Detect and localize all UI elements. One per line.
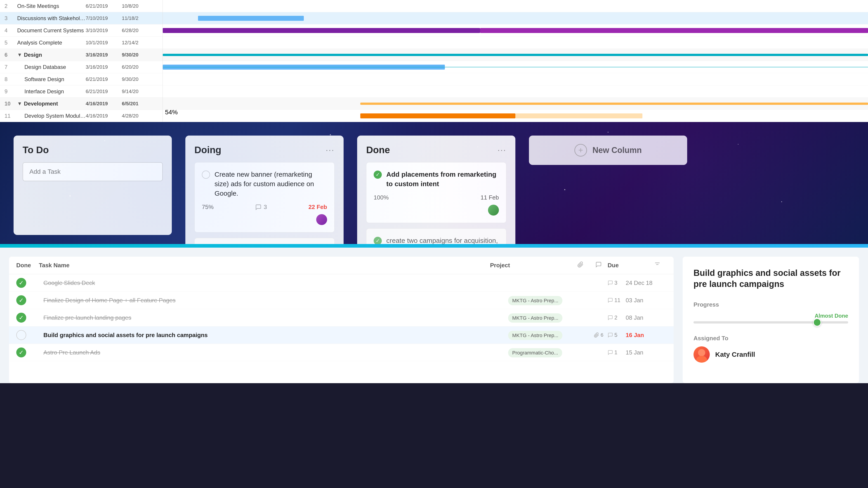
table-row[interactable]: Google Slides Deck 3 24 Dec 18 bbox=[9, 274, 674, 292]
start-date: 3/16/2019 bbox=[86, 52, 122, 58]
avatar bbox=[316, 214, 327, 225]
progress-bar: Almost Done bbox=[693, 313, 848, 324]
gantt-bars: 54% 61% 5% bbox=[163, 0, 868, 122]
table-row[interactable]: Finalize pre-launch landing pages MKTG -… bbox=[9, 309, 674, 326]
gantt-bar-row bbox=[163, 61, 868, 73]
gantt-row[interactable]: 7 Design Database 3/16/2019 6/20/20 bbox=[0, 61, 162, 73]
filter-icon bbox=[654, 261, 661, 268]
column-header: Doing ··· bbox=[194, 144, 335, 156]
kanban-card-partial[interactable]: create two campaigns for acquisition, ta… bbox=[366, 228, 506, 244]
star-decoration bbox=[330, 134, 331, 135]
gantt-bar-track bbox=[163, 67, 868, 68]
star-decoration bbox=[391, 207, 391, 208]
task-name: Analysis Complete bbox=[17, 39, 86, 46]
gantt-group-row[interactable]: 10 ▼ Development 4/16/2019 6/5/201 bbox=[0, 98, 162, 110]
task-name: On-Site Meetings bbox=[17, 3, 86, 9]
star-decoration bbox=[738, 144, 739, 144]
gantt-row[interactable]: 5 Analysis Complete 10/1/2019 12/14/2 bbox=[0, 37, 162, 49]
gantt-row[interactable]: 2 On-Site Meetings 6/21/2019 10/8/20 bbox=[0, 0, 162, 12]
end-date: 6/20/20 bbox=[122, 64, 158, 70]
done-check[interactable] bbox=[16, 348, 26, 357]
gantt-section: 2 On-Site Meetings 6/21/2019 10/8/20 3 D… bbox=[0, 0, 868, 122]
kanban-column-todo: To Do bbox=[13, 135, 172, 235]
avatar-img bbox=[488, 205, 499, 216]
end-date: 6/28/20 bbox=[122, 28, 158, 33]
row-number: 5 bbox=[4, 39, 17, 46]
task-checkbox-done[interactable] bbox=[374, 237, 382, 244]
comment-icon bbox=[595, 261, 602, 268]
comment-icon bbox=[608, 332, 613, 338]
kanban-card-partial[interactable]: Create new facebook image for... bbox=[194, 238, 335, 244]
kanban-card[interactable]: Add placements from remarketing to custo… bbox=[366, 162, 506, 223]
task-name-cell: Build graphics and social assets for pre… bbox=[39, 332, 508, 339]
end-date: 6/5/201 bbox=[122, 101, 158, 107]
gantt-task-list: 2 On-Site Meetings 6/21/2019 10/8/20 3 D… bbox=[0, 0, 163, 122]
gantt-row[interactable]: 8 Software Design 6/21/2019 9/30/20 bbox=[0, 73, 162, 86]
task-checkbox-done[interactable] bbox=[374, 170, 382, 179]
task-list-table: Done Task Name Project Due Google Slides… bbox=[9, 257, 674, 383]
table-row[interactable]: Astro Pre Launch Ads Programmatic-Cho...… bbox=[9, 344, 674, 361]
gantt-bar-row bbox=[163, 24, 868, 37]
gantt-row[interactable]: 3 Discussions with Stakeholders 7/10/201… bbox=[0, 12, 162, 24]
kanban-card[interactable]: Create new banner (remarketing size) ads… bbox=[194, 162, 335, 232]
card-title: Create new banner (remarketing size) ads… bbox=[215, 170, 327, 198]
done-check[interactable] bbox=[16, 330, 26, 340]
svg-point-4 bbox=[696, 356, 707, 363]
star-decoration bbox=[781, 201, 782, 202]
column-header: To Do bbox=[23, 144, 163, 156]
project-cell: MKTG - Astro Prep... bbox=[508, 331, 590, 339]
card-assignee bbox=[374, 205, 499, 216]
collapse-icon[interactable]: ▼ bbox=[17, 52, 22, 58]
star-decoration bbox=[564, 189, 565, 190]
row-number: 4 bbox=[4, 27, 17, 34]
row-number: 10 bbox=[4, 101, 17, 107]
table-row[interactable]: Finalize Design of Home Page + all Featu… bbox=[9, 292, 674, 309]
column-menu-icon[interactable]: ··· bbox=[498, 145, 506, 155]
header-task-name: Task Name bbox=[39, 262, 490, 269]
avatar-illustration bbox=[693, 346, 710, 363]
due-cell: 16 Jan bbox=[626, 332, 666, 339]
gantt-row[interactable]: 11 Develop System Modules 4/16/2019 4/28… bbox=[0, 110, 162, 122]
end-date: 12/14/2 bbox=[122, 40, 158, 46]
progress-track bbox=[693, 321, 848, 324]
due-cell: 08 Jan bbox=[626, 314, 666, 321]
card-header: Add placements from remarketing to custo… bbox=[374, 170, 499, 189]
table-row-selected[interactable]: Build graphics and social assets for pre… bbox=[9, 326, 674, 344]
gantt-row[interactable]: 4 Document Current Systems 3/10/2019 6/2… bbox=[0, 24, 162, 37]
header-project: Project bbox=[490, 262, 571, 269]
start-date: 3/16/2019 bbox=[86, 64, 122, 70]
header-done: Done bbox=[16, 262, 39, 269]
task-name-cell: Google Slides Deck bbox=[39, 280, 508, 287]
project-badge: MKTG - Astro Prep... bbox=[508, 313, 562, 323]
task-name: Design Database bbox=[24, 64, 86, 70]
card-header: create two campaigns for acquisition, ta… bbox=[374, 236, 499, 244]
new-column-button[interactable]: + New Column bbox=[529, 135, 687, 165]
header-comments bbox=[590, 261, 608, 269]
column-menu-icon[interactable]: ··· bbox=[326, 145, 335, 155]
add-task-input[interactable] bbox=[23, 162, 163, 181]
due-date: 11 Feb bbox=[480, 194, 499, 201]
table-header: Done Task Name Project Due bbox=[9, 257, 674, 274]
done-check[interactable] bbox=[16, 295, 26, 305]
card-assignee bbox=[202, 214, 327, 225]
row-number: 3 bbox=[4, 15, 17, 22]
collapse-icon[interactable]: ▼ bbox=[17, 101, 22, 107]
done-check[interactable] bbox=[16, 313, 26, 323]
progress-indicator[interactable] bbox=[813, 318, 821, 326]
gantt-row[interactable]: 9 Interface Design 6/21/2019 9/14/20 bbox=[0, 86, 162, 98]
comment-cell: 5 bbox=[608, 332, 626, 338]
done-check[interactable] bbox=[16, 278, 26, 288]
row-number: 11 bbox=[4, 113, 17, 119]
task-name: Interface Design bbox=[24, 88, 86, 95]
task-name-cell: Finalize Design of Home Page + all Featu… bbox=[39, 297, 508, 304]
gantt-group-row[interactable]: 6 ▼ Design 3/16/2019 9/30/20 bbox=[0, 49, 162, 61]
start-date: 6/21/2019 bbox=[86, 89, 122, 94]
task-checkbox[interactable] bbox=[202, 170, 210, 179]
start-date: 3/10/2019 bbox=[86, 28, 122, 33]
assigned-section-label: Assigned To bbox=[693, 335, 848, 342]
card-footer: 75% 3 22 Feb bbox=[202, 203, 327, 210]
progress-text: 100% bbox=[374, 194, 389, 201]
header-filter[interactable] bbox=[648, 261, 666, 269]
progress-text: 75% bbox=[202, 203, 214, 210]
detail-panel: Build graphics and social assets for pre… bbox=[683, 257, 859, 383]
